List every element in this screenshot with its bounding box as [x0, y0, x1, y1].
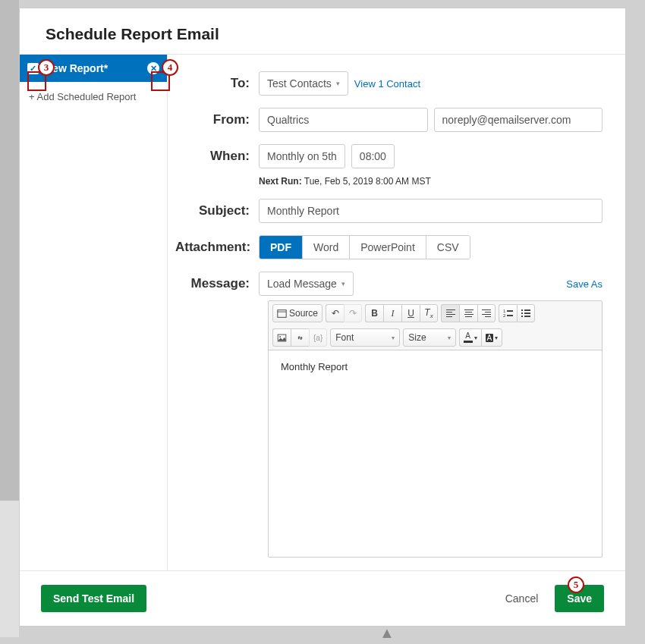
image-button[interactable] — [272, 328, 291, 347]
add-scheduled-report[interactable]: +Add Scheduled Report — [20, 82, 167, 112]
align-left-icon — [446, 309, 455, 318]
from-name-input[interactable] — [259, 108, 428, 132]
bullet-list-button[interactable] — [517, 304, 535, 322]
annotation-4: 4 — [162, 59, 178, 76]
load-message-dropdown[interactable]: Load Message ▾ — [259, 272, 354, 296]
when-time-dropdown[interactable]: 08:00 — [351, 144, 395, 168]
attachment-label: Attachment: — [175, 235, 259, 255]
attachment-csv[interactable]: CSV — [426, 236, 470, 259]
from-email-input[interactable] — [434, 108, 603, 132]
redo-button[interactable]: ↷ — [344, 304, 362, 322]
chevron-down-icon: ▾ — [474, 335, 477, 341]
attachment-word[interactable]: Word — [303, 236, 350, 259]
to-dropdown[interactable]: Test Contacts ▾ — [259, 71, 348, 96]
font-select[interactable]: Font▾ — [330, 328, 400, 347]
bullet-list-icon — [521, 309, 530, 317]
add-report-label: Add Scheduled Report — [37, 91, 137, 102]
subject-input[interactable] — [259, 199, 603, 223]
form-area: To: Test Contacts ▾ View 1 Contact From: — [168, 55, 625, 570]
sidebar: ✓ New Report* ✕ +Add Scheduled Report — [20, 55, 168, 570]
modal-footer: Send Test Email Cancel Save — [20, 571, 625, 626]
chevron-down-icon: ▾ — [336, 80, 340, 87]
align-left-button[interactable] — [441, 304, 459, 322]
close-icon[interactable]: ✕ — [147, 62, 159, 74]
subject-label: Subject: — [175, 199, 259, 218]
annotation-3: 3 — [38, 59, 55, 76]
load-message-value: Load Message — [267, 278, 337, 290]
to-value: Test Contacts — [267, 77, 332, 90]
chevron-down-icon: ▾ — [448, 335, 451, 341]
piped-text-button[interactable]: {a} — [309, 328, 327, 347]
italic-button[interactable]: I — [383, 304, 401, 322]
text-color-button[interactable]: A▾ — [459, 328, 481, 347]
ordered-list-icon: 12 — [503, 309, 513, 317]
bg-color-icon: A — [486, 334, 494, 342]
warning-icon: ▲ — [379, 624, 395, 642]
attachment-powerpoint[interactable]: PowerPoint — [350, 236, 426, 259]
chevron-down-icon: ▾ — [495, 335, 498, 341]
rich-text-editor: Source ↶ ↷ B I U Tx — [268, 300, 603, 558]
attachment-segments: PDF Word PowerPoint CSV — [259, 235, 470, 259]
undo-button[interactable]: ↶ — [326, 304, 344, 322]
message-label: Message: — [175, 272, 259, 291]
schedule-report-modal: Schedule Report Email ✓ New Report* ✕ +A… — [19, 8, 626, 627]
bold-button[interactable]: B — [365, 304, 383, 322]
when-frequency-dropdown[interactable]: Monthly on 5th — [259, 144, 345, 168]
to-label: To: — [175, 71, 259, 91]
cancel-button[interactable]: Cancel — [493, 585, 551, 612]
attachment-pdf[interactable]: PDF — [260, 236, 303, 259]
size-select[interactable]: Size▾ — [403, 328, 455, 347]
clear-format-button[interactable]: Tx — [420, 304, 438, 322]
source-button[interactable]: Source — [272, 304, 322, 322]
link-button[interactable] — [291, 328, 309, 347]
align-right-icon — [482, 309, 491, 318]
redo-icon: ↷ — [349, 308, 357, 319]
editor-toolbar: Source ↶ ↷ B I U Tx — [269, 301, 602, 350]
when-time-value: 08:00 — [360, 150, 386, 162]
bg-color-button[interactable]: A▾ — [481, 328, 503, 347]
editor-body[interactable]: Monthly Report — [269, 350, 602, 557]
annotation-5: 5 — [568, 576, 584, 593]
chevron-down-icon: ▾ — [341, 280, 345, 287]
view-contacts-link[interactable]: View 1 Contact — [354, 78, 420, 90]
chevron-down-icon: ▾ — [392, 335, 395, 341]
send-test-email-button[interactable]: Send Test Email — [41, 585, 146, 612]
svg-point-3 — [279, 335, 281, 337]
when-label: When: — [175, 144, 259, 164]
link-icon — [295, 333, 305, 343]
text-color-icon: A — [464, 332, 473, 343]
plus-icon: + — [29, 91, 35, 102]
save-as-link[interactable]: Save As — [566, 278, 603, 290]
undo-icon: ↶ — [332, 308, 339, 319]
svg-rect-0 — [278, 309, 286, 317]
ordered-list-button[interactable]: 12 — [499, 304, 517, 322]
align-center-button[interactable] — [459, 304, 477, 322]
from-label: From: — [175, 108, 259, 127]
piped-text-icon: {a} — [313, 334, 322, 342]
source-icon — [277, 309, 287, 319]
modal-title: Schedule Report Email — [20, 8, 625, 54]
underline-button[interactable]: U — [401, 304, 420, 322]
when-freq-value: Monthly on 5th — [267, 150, 337, 162]
report-tab-label: New Report* — [45, 62, 141, 74]
align-right-button[interactable] — [477, 304, 496, 322]
align-center-icon — [464, 309, 474, 318]
image-icon — [277, 333, 287, 343]
next-run-text: Next Run: Tue, Feb 5, 2019 8:00 AM MST — [259, 176, 603, 187]
report-enabled-checkbox[interactable]: ✓ — [27, 63, 39, 74]
